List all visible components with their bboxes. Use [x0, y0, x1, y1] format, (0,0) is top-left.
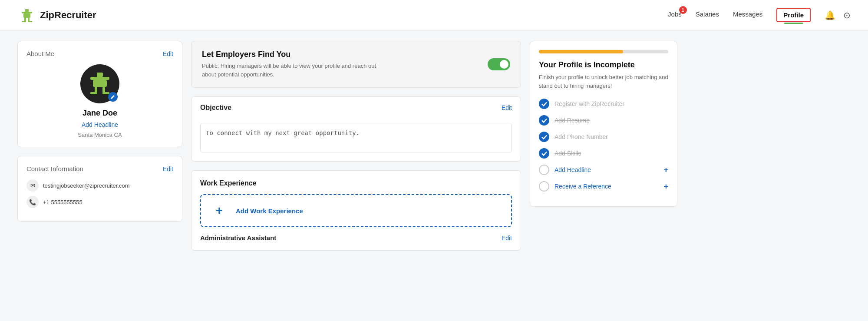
middle-column: Let Employers Find You Public: Hiring ma… — [191, 41, 521, 251]
checklist-item-1: Add Resume — [539, 115, 668, 126]
objective-input[interactable] — [200, 123, 512, 152]
check-done-icon-2 — [539, 132, 549, 142]
checklist-label-1: Add Resume — [554, 117, 590, 124]
svg-rect-11 — [93, 80, 107, 87]
main-content: About Me Edit — [0, 30, 695, 261]
phone-icon: 📞 — [26, 196, 39, 208]
profile-completion-card: Your Profile is Incomplete Finish your p… — [530, 41, 677, 207]
svg-rect-4 — [24, 18, 26, 21]
about-me-card: About Me Edit — [17, 41, 182, 147]
left-column: About Me Edit — [17, 41, 182, 251]
employer-toggle[interactable] — [488, 58, 510, 70]
contact-info-card: Contact Information Edit ✉ testingjobsee… — [17, 156, 182, 222]
objective-title: Objective — [200, 104, 231, 112]
app-header: ZipRecruiter Jobs 1 Salaries Messages Pr… — [0, 0, 868, 30]
svg-rect-14 — [90, 92, 97, 94]
job-title: Administrative Assistant — [200, 234, 276, 242]
pencil-icon — [110, 94, 116, 99]
contact-info-header: Contact Information Edit — [26, 165, 173, 172]
nav-messages[interactable]: Messages — [733, 10, 762, 20]
employer-banner-title: Let Employers Find You — [202, 50, 384, 59]
main-nav: Jobs 1 Salaries Messages Profile 🔔 ⊙ — [668, 8, 851, 22]
check-done-icon-3 — [539, 148, 549, 159]
checklist-label-3: Add Skills — [554, 150, 581, 157]
employer-text: Let Employers Find You Public: Hiring ma… — [202, 50, 384, 79]
nav-salaries[interactable]: Salaries — [696, 10, 719, 20]
svg-rect-3 — [23, 13, 30, 18]
user-headline[interactable]: Add Headline — [82, 121, 118, 128]
svg-rect-15 — [102, 92, 109, 94]
completion-title: Your Profile is Incomplete — [539, 60, 668, 69]
email-icon: ✉ — [26, 179, 39, 192]
logo[interactable]: ZipRecruiter — [17, 6, 96, 25]
check-done-icon-1 — [539, 115, 549, 126]
jobs-badge: 1 — [679, 6, 687, 14]
user-name: Jane Doe — [83, 109, 117, 118]
about-me-header: About Me Edit — [26, 50, 173, 57]
objective-header: Objective Edit — [200, 104, 512, 112]
logo-icon — [17, 6, 36, 25]
check-empty-icon-5 — [539, 181, 549, 192]
job-row: Administrative Assistant Edit — [200, 234, 512, 242]
about-me-edit[interactable]: Edit — [163, 50, 173, 57]
svg-rect-5 — [28, 18, 30, 21]
check-empty-icon-4 — [539, 165, 549, 175]
about-me-content: Jane Doe Add Headline Santa Monica CA — [26, 64, 173, 138]
objective-edit[interactable]: Edit — [502, 104, 512, 111]
checklist-item-3: Add Skills — [539, 148, 668, 159]
add-work-label: Add Work Experience — [236, 207, 303, 215]
svg-rect-12 — [95, 87, 97, 93]
avatar-wrapper — [80, 64, 119, 103]
checklist-item-5[interactable]: Receive a Reference + — [539, 181, 668, 192]
work-experience-card: Work Experience + Add Work Experience Ad… — [191, 170, 521, 251]
receive-reference-plus[interactable]: + — [663, 182, 668, 191]
objective-card: Objective Edit — [191, 96, 521, 162]
checklist-label-4: Add Headline — [554, 166, 591, 173]
checklist-label-5: Receive a Reference — [554, 183, 611, 190]
svg-rect-1 — [25, 9, 29, 12]
about-me-title: About Me — [26, 50, 54, 57]
user-location: Santa Monica CA — [78, 132, 122, 138]
right-column: Your Profile is Incomplete Finish your p… — [530, 41, 677, 251]
work-experience-title: Work Experience — [200, 179, 512, 187]
svg-rect-7 — [28, 21, 32, 22]
completion-subtitle: Finish your profile to unlock better job… — [539, 73, 668, 90]
nav-icons: 🔔 ⊙ — [825, 10, 851, 20]
checklist-label-0: Register with ZipRecruiter — [554, 100, 624, 107]
svg-rect-9 — [97, 73, 103, 77]
svg-rect-13 — [102, 87, 105, 93]
logo-text: ZipRecruiter — [40, 10, 96, 21]
nav-jobs[interactable]: Jobs 1 — [668, 10, 682, 20]
contact-info-edit[interactable]: Edit — [163, 165, 173, 172]
checklist-label-2: Add Phone Number — [554, 133, 608, 140]
avatar-edit-button[interactable] — [108, 92, 118, 102]
svg-rect-2 — [22, 12, 32, 13]
svg-rect-10 — [90, 77, 109, 80]
contact-info-title: Contact Information — [26, 165, 83, 172]
bell-icon[interactable]: 🔔 — [825, 10, 835, 20]
employer-banner-description: Public: Hiring managers will be able to … — [202, 62, 384, 79]
progress-bar-fill — [539, 50, 623, 53]
job-edit[interactable]: Edit — [502, 235, 512, 242]
add-work-experience-button[interactable]: + Add Work Experience — [200, 194, 512, 227]
contact-email: ✉ testingjobseeker@ziprecruiter.com — [26, 179, 173, 192]
nav-profile[interactable]: Profile — [776, 8, 811, 22]
contact-phone: 📞 +1 5555555555 — [26, 196, 173, 208]
add-headline-plus[interactable]: + — [663, 165, 668, 175]
svg-rect-6 — [22, 21, 26, 22]
check-done-icon-0 — [539, 99, 549, 109]
employer-banner: Let Employers Find You Public: Hiring ma… — [191, 41, 521, 88]
add-icon: + — [210, 201, 229, 220]
progress-bar-bg — [539, 50, 668, 53]
checklist-item-4[interactable]: Add Headline + — [539, 165, 668, 175]
more-icon[interactable]: ⊙ — [843, 10, 851, 20]
checklist-item-2: Add Phone Number — [539, 132, 668, 142]
checklist-item-0: Register with ZipRecruiter — [539, 99, 668, 109]
